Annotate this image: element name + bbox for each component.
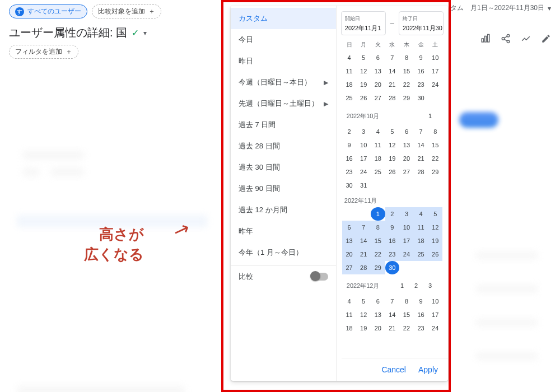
calendar-day[interactable]: 11 [342,308,357,321]
calendar-day[interactable]: 13 [399,138,414,152]
calendar-day[interactable]: 3 [399,207,414,221]
calendar-day[interactable]: 18 [414,234,428,248]
preset-item[interactable]: 過去 30 日間 [231,157,336,178]
preset-item[interactable]: 過去 90 日間 [231,178,336,199]
calendar-day[interactable]: 18 [371,152,385,165]
calendar-day[interactable]: 2 [385,207,400,221]
calendar-day[interactable]: 31 [356,179,371,192]
calendar-day[interactable]: 20 [342,248,357,261]
calendar-day[interactable]: 8 [371,221,385,234]
calendar-day[interactable]: 3 [356,125,371,138]
preset-item[interactable]: 過去 28 日間 [231,136,336,157]
calendar-day[interactable]: 19 [356,321,371,335]
share-icon[interactable] [501,34,511,46]
calendar-day[interactable]: 1 [428,109,442,123]
calendar-day[interactable]: 23 [385,248,400,261]
preset-item[interactable]: 先週（日曜日～土曜日）▶ [231,93,336,114]
preset-item[interactable]: 過去 7 日間 [231,114,336,136]
calendar-day[interactable]: 5 [428,207,442,221]
calendar-day[interactable]: 24 [428,78,442,91]
calendar-day[interactable]: 11 [342,64,357,78]
calendar-day[interactable]: 27 [342,261,357,274]
calendar-day[interactable]: 17 [399,234,414,248]
calendar-day[interactable]: 23 [414,321,428,335]
calendar-day[interactable]: 29 [428,165,442,179]
date-range-summary[interactable]: タム 月1日～2022年11月30日 ▾ [450,3,551,13]
calendar-day[interactable]: 23 [414,78,428,91]
calendar-day[interactable]: 19 [428,234,442,248]
calendar-day[interactable]: 24 [399,248,414,261]
calendar-day[interactable]: 16 [385,234,400,248]
calendar-day[interactable]: 5 [356,295,371,308]
calendar-day[interactable]: 6 [371,51,385,64]
calendar-day[interactable]: 12 [356,308,371,321]
calendar-day[interactable]: 5 [385,125,400,138]
calendar-day[interactable]: 21 [385,321,400,335]
calendar-day[interactable]: 10 [428,51,442,64]
calendar-day[interactable]: 13 [342,234,357,248]
all-users-chip[interactable]: す すべてのユーザー [9,4,87,18]
preset-item[interactable]: 過去 12 か月間 [231,199,336,221]
calendar-day[interactable]: 29 [399,91,414,105]
calendar-day[interactable]: 28 [356,261,371,274]
calendar-day[interactable]: 30 [385,261,400,274]
calendar-scroll[interactable]: 日月火水木金土456789101112131415161718192021222… [337,38,448,381]
calendar-day[interactable]: 2 [342,125,357,138]
calendar-day[interactable]: 7 [385,295,400,308]
calendar-day[interactable]: 17 [428,308,442,321]
calendar-day[interactable]: 15 [399,308,414,321]
calendar-day[interactable]: 7 [385,51,400,64]
calendar-day[interactable]: 13 [371,308,385,321]
calendar-day[interactable]: 9 [342,138,357,152]
calendar-day[interactable]: 14 [385,64,400,78]
calendar-day[interactable]: 18 [342,321,357,335]
calendar-day[interactable]: 1 [400,279,414,292]
calendar-day[interactable]: 14 [414,138,428,152]
calendar-day[interactable]: 19 [356,78,371,91]
calendar-day[interactable]: 28 [414,165,428,179]
calendar-day[interactable]: 8 [399,51,414,64]
calendar-day[interactable]: 9 [414,295,428,308]
calendar-day[interactable]: 22 [399,78,414,91]
cancel-button[interactable]: Cancel [381,365,406,374]
calendar-day[interactable]: 17 [428,64,442,78]
edit-icon[interactable] [541,34,551,46]
calendar-day[interactable]: 26 [428,248,442,261]
start-date-field[interactable]: 開始日 2022年11月1 [341,11,386,35]
calendar-day[interactable]: 15 [428,138,442,152]
calendar-day[interactable]: 10 [428,295,442,308]
calendar-day[interactable]: 1 [371,207,385,221]
calendar-day[interactable]: 24 [428,321,442,335]
calendar-day[interactable]: 23 [342,165,357,179]
calendar-day[interactable]: 15 [399,64,414,78]
calendar-day[interactable]: 25 [414,248,428,261]
calendar-day[interactable]: 20 [399,152,414,165]
calendar-day[interactable]: 30 [414,91,428,105]
add-filter-chip[interactable]: フィルタを追加 ＋ [9,45,78,59]
calendar-day[interactable]: 6 [371,295,385,308]
calendar-day[interactable]: 21 [385,78,400,91]
end-date-field[interactable]: 終了日 2022年11月30 [399,11,444,35]
compare-toggle[interactable] [311,273,328,281]
apply-button[interactable]: Apply [418,365,438,374]
calendar-day[interactable]: 14 [356,234,371,248]
calendar-day[interactable]: 9 [385,221,400,234]
preset-item[interactable]: 今週（日曜日～本日）▶ [231,72,336,93]
calendar-day[interactable]: 14 [385,308,400,321]
preset-item[interactable]: カスタム [231,8,336,29]
add-compare-chip[interactable]: 比較対象を追加 ＋ [92,4,161,18]
calendar-day[interactable]: 10 [356,138,371,152]
calendar-day[interactable]: 19 [385,152,400,165]
calendar-day[interactable]: 27 [371,91,385,105]
calendar-day[interactable]: 8 [428,125,442,138]
insights-icon[interactable] [521,34,531,46]
calendar-day[interactable]: 15 [371,234,385,248]
calendar-day[interactable]: 18 [342,78,357,91]
calendar-day[interactable]: 6 [399,125,414,138]
calendar-day[interactable]: 25 [342,91,357,105]
calendar-day[interactable]: 4 [371,125,385,138]
calendar-day[interactable]: 10 [399,221,414,234]
preset-item[interactable]: 今日 [231,29,336,50]
calendar-day[interactable]: 22 [371,248,385,261]
calendar-day[interactable]: 2 [414,279,428,292]
